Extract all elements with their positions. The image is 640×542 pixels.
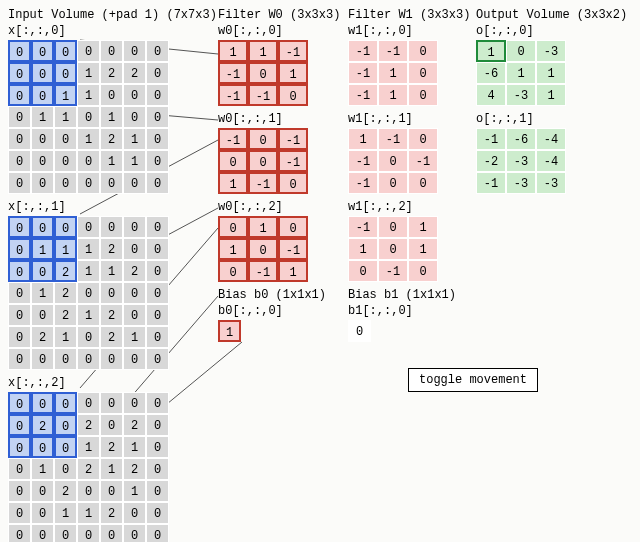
w1-slice-label: w1[:,:,1] — [348, 112, 468, 126]
input-cell: 0 — [8, 260, 31, 282]
input-cell: 0 — [31, 304, 54, 326]
bias-b1-title: Bias b1 (1x1x1) — [348, 288, 468, 302]
output-cell: -6 — [506, 128, 536, 150]
input-cell: 0 — [146, 106, 169, 128]
w1-cell: -1 — [348, 40, 378, 62]
input-cell: 0 — [31, 392, 54, 414]
input-cell: 0 — [146, 436, 169, 458]
w0-cell: 1 — [278, 260, 308, 282]
input-cell: 0 — [8, 282, 31, 304]
input-cell: 0 — [8, 414, 31, 436]
output-cell: 1 — [536, 84, 566, 106]
input-cell: 0 — [100, 348, 123, 370]
input-cell: 1 — [100, 106, 123, 128]
input-cell: 0 — [123, 84, 146, 106]
input-cell: 1 — [123, 326, 146, 348]
input-cell: 0 — [146, 282, 169, 304]
w1-cell: 0 — [378, 172, 408, 194]
input-cell: 0 — [54, 392, 77, 414]
input-cell: 0 — [100, 524, 123, 542]
output-slice: o[:,:,1]-1-6-4-2-3-4-1-3-3 — [476, 112, 626, 194]
w1-slice-label: w1[:,:,2] — [348, 200, 468, 214]
input-cell: 1 — [77, 62, 100, 84]
input-cell: 0 — [123, 502, 146, 524]
input-cell: 2 — [77, 458, 100, 480]
bias-b0-cell: 1 — [218, 320, 241, 342]
input-cell: 0 — [8, 304, 31, 326]
w0-slice: w0[:,:,2]01010-10-11 — [218, 200, 338, 282]
input-cell: 0 — [77, 40, 100, 62]
output-cell: 1 — [536, 62, 566, 84]
input-cell: 0 — [77, 282, 100, 304]
output-slice: o[:,:,0]10-3-6114-31 — [476, 24, 626, 106]
conv-diagram: Input Volume (+pad 1) (7x7x3) x[:,:,0]00… — [0, 0, 640, 542]
input-slice-label: x[:,:,2] — [8, 376, 208, 390]
input-cell: 1 — [31, 458, 54, 480]
w0-cell: 0 — [218, 216, 248, 238]
input-cell: 2 — [100, 326, 123, 348]
input-cell: 0 — [77, 392, 100, 414]
w0-cell: 1 — [218, 40, 248, 62]
output-cell: -2 — [476, 150, 506, 172]
input-cell: 2 — [100, 62, 123, 84]
w0-cell: 1 — [218, 238, 248, 260]
input-cell: 1 — [77, 260, 100, 282]
input-cell: 0 — [8, 216, 31, 238]
input-cell: 2 — [54, 260, 77, 282]
input-cell: 0 — [77, 172, 100, 194]
input-cell: 1 — [54, 502, 77, 524]
w1-cell: -1 — [378, 260, 408, 282]
input-cell: 0 — [123, 348, 146, 370]
input-cell: 0 — [100, 414, 123, 436]
input-cell: 0 — [123, 304, 146, 326]
input-cell: 0 — [77, 348, 100, 370]
input-cell: 2 — [31, 414, 54, 436]
input-cell: 0 — [54, 348, 77, 370]
w0-cell: 0 — [248, 238, 278, 260]
input-cell: 0 — [77, 106, 100, 128]
input-cell: 0 — [146, 260, 169, 282]
input-column: Input Volume (+pad 1) (7x7x3) x[:,:,0]00… — [8, 8, 208, 542]
w1-slice: w1[:,:,0]-1-10-110-110 — [348, 24, 468, 106]
input-cell: 2 — [100, 436, 123, 458]
input-cell: 0 — [146, 172, 169, 194]
output-cell: -4 — [536, 128, 566, 150]
input-cell: 0 — [54, 436, 77, 458]
output-cell: 4 — [476, 84, 506, 106]
input-cell: 0 — [8, 326, 31, 348]
w0-cell: 1 — [218, 172, 248, 194]
w0-slice-label: w0[:,:,2] — [218, 200, 338, 214]
w0-slice-label: w0[:,:,0] — [218, 24, 338, 38]
w1-cell: -1 — [348, 150, 378, 172]
input-cell: 0 — [31, 150, 54, 172]
input-cell: 0 — [31, 260, 54, 282]
w1-cell: -1 — [348, 216, 378, 238]
input-cell: 1 — [123, 150, 146, 172]
w1-cell: -1 — [348, 172, 378, 194]
input-cell: 0 — [146, 128, 169, 150]
input-cell: 1 — [77, 304, 100, 326]
w0-cell: 1 — [248, 40, 278, 62]
input-cell: 0 — [123, 172, 146, 194]
output-slice-label: o[:,:,0] — [476, 24, 626, 38]
output-cell: -3 — [506, 172, 536, 194]
input-cell: 1 — [77, 436, 100, 458]
input-cell: 2 — [100, 502, 123, 524]
toggle-movement-button[interactable]: toggle movement — [408, 368, 538, 392]
input-cell: 0 — [8, 436, 31, 458]
input-cell: 0 — [77, 524, 100, 542]
bias-b0-block: Bias b0 (1x1x1) b0[:,:,0] 1 — [218, 288, 338, 342]
w1-cell: -1 — [348, 84, 378, 106]
output-cell: 1 — [476, 40, 506, 62]
input-cell: 1 — [54, 106, 77, 128]
input-cell: 0 — [146, 524, 169, 542]
w1-cell: 0 — [408, 260, 438, 282]
input-cell: 1 — [123, 480, 146, 502]
w0-slice-label: w0[:,:,1] — [218, 112, 338, 126]
input-cell: 1 — [77, 128, 100, 150]
w0-cell: 0 — [248, 150, 278, 172]
input-cell: 0 — [31, 40, 54, 62]
w0-cell: 0 — [278, 216, 308, 238]
input-cell: 0 — [31, 524, 54, 542]
input-cell: 2 — [123, 62, 146, 84]
